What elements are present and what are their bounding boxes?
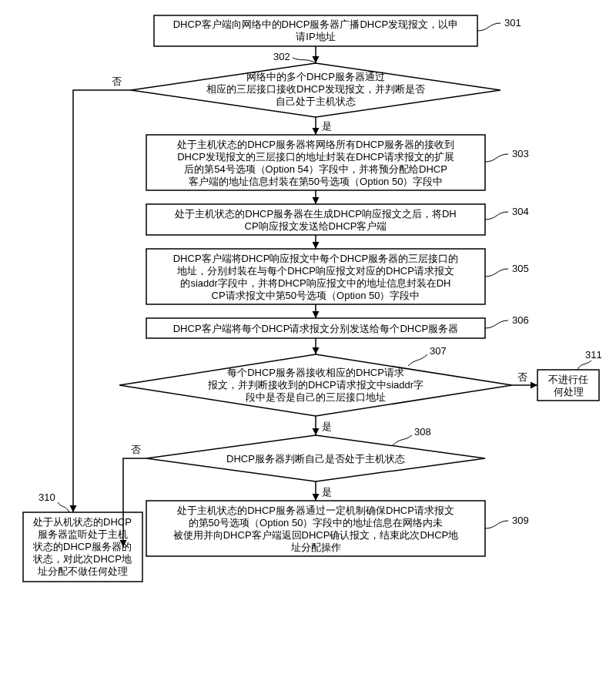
label-305: 305 [512,263,529,274]
node-303: 处于主机状态的DHCP服务器将网络所有DHCP服务器的接收到 DHCP发现报文的… [146,135,529,190]
node-307: 每个DHCP服务器接收相应的DHCP请求 报文，并判断接收到的DHCP请求报文中… [119,345,512,416]
svg-text:被使用并向DHCP客户端返回DHCP确认报文，结束此次DHC: 被使用并向DHCP客户端返回DHCP确认报文，结束此次DHCP地 [173,529,459,541]
svg-text:报文，并判断接收到的DHCP请求报文中siaddr字: 报文，并判断接收到的DHCP请求报文中siaddr字 [207,379,424,391]
node-304: 处于主机状态的DHCP服务器在生成DHCP响应报文之后，将DH CP响应报文发送… [146,204,529,235]
node-301: DHCP客户端向网络中的DHCP服务器广播DHCP发现报文，以申 请IP地址 3… [154,15,521,46]
svg-text:地址，分别封装在与每个DHCP响应报文对应的DHCP请求报文: 地址，分别封装在与每个DHCP响应报文对应的DHCP请求报文 [176,265,454,277]
svg-text:的第50号选项（Option 50）字段中的地址信息在网络内: 的第50号选项（Option 50）字段中的地址信息在网络内未 [189,517,444,528]
edge-308-no: 否 [131,444,141,455]
svg-text:DHCP客户端将每个DHCP请求报文分别发送给每个DHCP服: DHCP客户端将每个DHCP请求报文分别发送给每个DHCP服务器 [173,323,459,334]
node-306: DHCP客户端将每个DHCP请求报文分别发送给每个DHCP服务器 306 [146,314,529,338]
svg-text:段中是否是自己的三层接口地址: 段中是否是自己的三层接口地址 [246,391,386,403]
svg-text:服务器监听处于主机: 服务器监听处于主机 [38,528,128,540]
svg-text:CP请求报文中第50号选项（Option 50）字段中: CP请求报文中第50号选项（Option 50）字段中 [212,290,420,301]
svg-text:处于主机状态的DHCP服务器通过一定机制确保DHCP请求报文: 处于主机状态的DHCP服务器通过一定机制确保DHCP请求报文 [177,505,454,516]
svg-text:后的第54号选项（Option 54）字段中，并将预分配给D: 后的第54号选项（Option 54）字段中，并将预分配给DHCP [184,163,447,175]
node-311: 不进行任 何处理 311 [537,349,602,401]
svg-text:DHCP服务器判断自己是否处于主机状态: DHCP服务器判断自己是否处于主机状态 [226,453,405,465]
svg-text:址分配不做任何处理: 址分配不做任何处理 [37,565,128,577]
edge-302-yes: 是 [322,120,332,132]
label-301: 301 [504,17,521,29]
label-311: 311 [585,349,602,361]
label-303: 303 [512,148,529,159]
node-305: DHCP客户端将DHCP响应报文中每个DHCP服务器的三层接口的 地址，分别封装… [146,249,529,304]
svg-text:相应的三层接口接收DHCP发现报文，并判断是否: 相应的三层接口接收DHCP发现报文，并判断是否 [206,83,425,95]
edge-307-yes: 是 [322,421,332,432]
svg-text:客户端的地址信息封装在第50号选项（Option 50）字段: 客户端的地址信息封装在第50号选项（Option 50）字段中 [189,176,444,187]
svg-text:不进行任: 不进行任 [548,374,588,385]
svg-text:状态的DHCP服务器的: 状态的DHCP服务器的 [32,541,132,552]
edge-302-no: 否 [112,75,122,87]
label-304: 304 [512,206,529,217]
label-307: 307 [430,345,447,357]
svg-text:每个DHCP服务器接收相应的DHCP请求: 每个DHCP服务器接收相应的DHCP请求 [227,367,404,378]
edge-307-no: 否 [517,371,527,383]
svg-text:处于从机状态的DHCP: 处于从机状态的DHCP [33,516,132,528]
svg-text:DHCP发现报文的三层接口的地址封装在DHCP请求报文的扩展: DHCP发现报文的三层接口的地址封装在DHCP请求报文的扩展 [177,151,454,163]
svg-text:的siaddr字段中，并将DHCP响应报文中的地址信息封装在: 的siaddr字段中，并将DHCP响应报文中的地址信息封装在DH [180,277,450,289]
node-309: 处于主机状态的DHCP服务器通过一定机制确保DHCP请求报文 的第50号选项（O… [146,501,529,556]
svg-text:处于主机状态的DHCP服务器将网络所有DHCP服务器的接收到: 处于主机状态的DHCP服务器将网络所有DHCP服务器的接收到 [177,139,454,150]
label-310: 310 [38,491,55,503]
svg-text:DHCP客户端将DHCP响应报文中每个DHCP服务器的三层接: DHCP客户端将DHCP响应报文中每个DHCP服务器的三层接口的 [173,253,459,264]
edge-308-yes: 是 [322,486,332,498]
svg-text:何处理: 何处理 [554,386,584,397]
node-301-text: DHCP客户端向网络中的DHCP服务器广播DHCP发现报文，以申 [173,18,459,30]
label-302: 302 [273,51,290,62]
label-308: 308 [414,426,431,438]
svg-text:网络中的多个DHCP服务器通过: 网络中的多个DHCP服务器通过 [246,71,385,82]
svg-text:CP响应报文发送给DHCP客户端: CP响应报文发送给DHCP客户端 [245,220,387,232]
svg-text:请IP地址: 请IP地址 [296,31,335,42]
label-306: 306 [512,314,529,326]
svg-text:自己处于主机状态: 自己处于主机状态 [276,96,356,107]
svg-text:状态，对此次DHCP地: 状态，对此次DHCP地 [32,553,132,565]
label-309: 309 [512,515,529,526]
svg-text:处于主机状态的DHCP服务器在生成DHCP响应报文之后，将D: 处于主机状态的DHCP服务器在生成DHCP响应报文之后，将DH [175,208,456,220]
svg-text:址分配操作: 址分配操作 [290,542,341,553]
node-310: 处于从机状态的DHCP 服务器监听处于主机 状态的DHCP服务器的 状态，对此次… [23,491,142,582]
flowchart: DHCP客户端向网络中的DHCP服务器广播DHCP发现报文，以申 请IP地址 3… [8,8,608,686]
